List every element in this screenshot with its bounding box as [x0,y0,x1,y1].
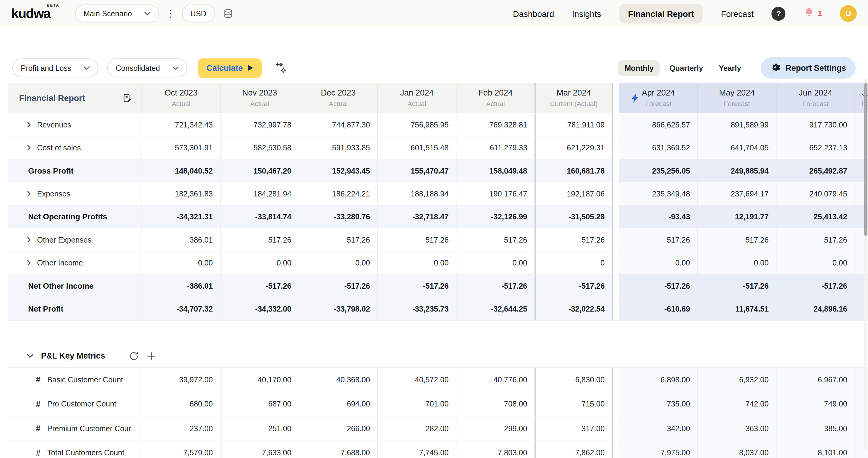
metric-label-cell[interactable]: #Premium Customer Cour [8,417,141,440]
row-label: Revenues [37,121,71,129]
value-cell: 235,349.48 [619,182,698,205]
value-cell: 158,049.48 [456,159,535,182]
report-settings-button[interactable]: Report Settings [761,57,856,79]
value-cell: 192,187.06 [534,182,613,205]
period-yearly[interactable]: Yearly [712,60,747,76]
help-icon[interactable]: ? [772,6,786,21]
column-subtitle: Actual [407,100,426,108]
period-monthly[interactable]: Monthly [618,60,660,76]
value-cell: 0.00 [776,252,855,274]
metrics-title: P&L Key Metrics [41,351,105,360]
value-cell: -517.26 [456,274,535,297]
row-label-cell[interactable]: Cost of sales [8,136,141,159]
column-subtitle: Forecast [802,100,829,108]
value-cell: 7,862.00 [534,441,613,458]
column-title: May 2024 [719,88,755,97]
value-cell: 0.00 [377,252,456,274]
value-cell: 631,369.52 [619,136,698,159]
vertical-scrollbar[interactable] [864,79,867,450]
value-cell: 237,694.17 [698,182,776,205]
column-title: Dec 2023 [321,88,356,97]
value-cell: 188,188.94 [377,182,456,205]
column-gap [613,368,619,391]
scrollbar-thumb[interactable] [864,83,867,236]
column-gap [613,297,619,320]
play-icon [248,65,253,71]
add-metric-icon[interactable] [147,352,156,360]
value-cell: 385.00 [776,417,855,440]
value-cell: 265,492.87 [776,159,855,182]
column-title: Apr 2024 [642,88,675,97]
row-label-cell[interactable]: Expenses [8,182,141,205]
value-cell: 251.00 [220,417,299,440]
value-cell: 266.00 [299,417,377,440]
metric-label-cell[interactable]: #Basic Customer Count [8,368,141,391]
report-type-select[interactable]: Profit and Loss [12,59,98,77]
value-cell: 8,101.00 [776,441,855,458]
value-cell: 235,256.05 [619,159,698,182]
value-cell: 0.00 [698,252,776,274]
row-label-cell[interactable]: Other Expenses [8,228,141,251]
value-cell: 0.00 [299,252,377,274]
value-cell: -32,126.99 [456,205,535,228]
sparkles-icon[interactable] [274,62,287,74]
value-cell: 282.00 [377,417,456,440]
value-cell: 517.26 [776,228,855,251]
chevron-right-icon[interactable] [27,191,31,196]
nav-dashboard[interactable]: Dashboard [513,9,554,19]
metric-label-cell[interactable]: #Total Customers Count [8,441,141,458]
value-cell: 7,975.00 [619,441,698,458]
value-cell: 184,281.94 [220,182,299,205]
chevron-right-icon[interactable] [27,260,31,266]
database-icon[interactable] [223,8,233,19]
chevron-right-icon[interactable] [27,145,31,151]
column-gap [613,392,619,416]
column-gap [613,417,619,440]
nav-financial-report[interactable]: Financial Report [619,4,703,23]
bell-icon [804,7,815,20]
value-cell: 386.01 [141,228,220,251]
value-cell: -517.26 [776,274,855,297]
chevron-right-icon[interactable] [27,237,31,242]
value-cell: 8,037.00 [698,441,776,458]
value-cell: 781,911.09 [534,113,613,136]
refresh-icon[interactable] [129,351,139,361]
scenario-select[interactable]: Main Scenario [75,4,159,23]
calculate-button[interactable]: Calculate [198,58,261,78]
row-label-cell[interactable]: Revenues [8,113,141,136]
currency-button[interactable]: USD [182,4,215,23]
metrics-section-header: P&L Key Metrics [8,345,868,367]
column-subtitle: Forecast [645,100,672,108]
value-cell: -517.26 [619,274,698,297]
value-cell: -517.26 [377,274,456,297]
hash-icon: # [36,375,40,384]
edit-report-icon[interactable] [122,93,133,103]
value-cell: 7,579.00 [141,441,220,458]
metric-label: Pro Customer Count [47,400,116,408]
metric-label: Basic Customer Count [47,375,123,384]
row-label: Expenses [37,190,70,198]
value-cell: 735.00 [619,392,698,416]
nav-forecast[interactable]: Forecast [721,9,754,19]
toolbar-right: Monthly Quarterly Yearly Report Settings [618,57,856,79]
period-quarterly[interactable]: Quarterly [663,60,709,76]
chevron-down-icon[interactable] [27,354,33,358]
value-cell: 11,674.51 [698,297,776,320]
user-avatar[interactable]: U [840,5,857,22]
chevron-right-icon[interactable] [27,122,31,127]
row-label-cell[interactable]: Other Income [8,252,141,274]
app-logo[interactable]: kudwa BETA [11,6,50,22]
value-cell: 687.00 [220,392,299,416]
metric-row: #Basic Customer Count39,972.0040,170.004… [8,368,868,392]
nav-insights[interactable]: Insights [572,9,601,19]
column-header: Mar 2024Current (Actual) [534,83,613,113]
kebab-menu-icon[interactable]: ⋮ [166,9,176,19]
value-cell: -517.26 [299,274,377,297]
notifications-button[interactable]: 1 [804,7,822,20]
row-label: Gross Profit [28,166,73,175]
value-cell: -33,235.73 [377,297,456,320]
table-header-row: Financial Report Oct 2023ActualNov 2023A… [8,83,868,113]
metric-label-cell[interactable]: #Pro Customer Count [8,392,141,416]
consolidation-select[interactable]: Consolidated [107,59,187,77]
column-gap [613,113,619,136]
